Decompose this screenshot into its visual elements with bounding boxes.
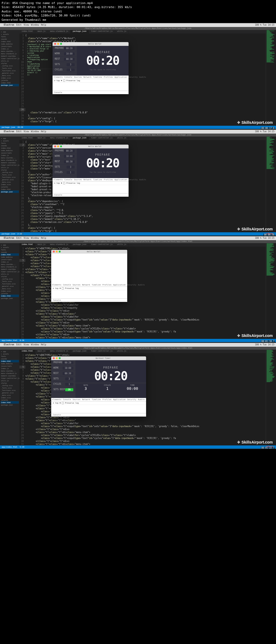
timestamp: 00:00:17:0 [261,127,275,130]
file-explorer[interactable]: ▸ app▸ assets fonts sounds index.html no… [0,137,19,232]
workout-main[interactable]: PREPARE 00:20 Tap the space to start/sto… [77,46,129,76]
file-explorer[interactable]: ▸ app▸ assets fonts sounds index.html no… [0,30,19,126]
electron-app-window[interactable]: Hello World! PREPARE00:20 WORK10:00 REST… [53,145,129,197]
editor-tabs[interactable]: index.htmlmain.jsmenu-standard.jspackage… [19,30,266,33]
editor-tabs[interactable]: index.htmlmain.jsmenu-standard.jspackage… [19,137,266,140]
window-titlebar: /Users/adria/Dropbox/Adria/Documents/Cou… [0,27,276,30]
macos-menubar[interactable]: Electron Edit View Window Help 100 % Tue… [0,23,276,27]
electron-app-window[interactable]: Workout Timer PREPARE00:20 WORK10:00 RES… [51,356,146,417]
editor-tabs[interactable]: index.htmlmain.jsmenu-standard.jspackage… [19,350,266,353]
clear-icon[interactable]: ⊘ [54,80,55,82]
app-menu[interactable]: Electron [4,24,14,26]
electron-app-window[interactable]: Hello World! PREPARE00:20 WORK10:00 REST… [53,42,129,94]
video-frame-2: ElectronEditViewWindowHelp100 % Tue 14:1… [0,130,276,236]
minimap[interactable] [266,137,276,232]
file-explorer[interactable]: ▸ app▸ assets fonts sounds index.html no… [0,350,19,445]
beep-toggle[interactable]: ON [65,388,73,391]
console-drawer[interactable]: Console [53,91,129,94]
preserve-log-checkbox[interactable] [63,80,65,82]
minimap[interactable] [266,350,276,445]
electron-app-window-blank[interactable]: Hello World! ElementsConsoleSourcesNetwo… [51,250,127,302]
video-frame-3: ElectronEditViewWindowHelp100 % Tue 14:1… [0,236,276,343]
timer-display: 00:20 [86,54,119,67]
maximize-icon[interactable] [60,43,62,45]
minimap[interactable] [266,30,276,126]
devtools[interactable]: ElementsConsoleSourcesNetworkTimelinePro… [53,76,129,94]
window-title: Hello World! [63,43,127,45]
menubar-status: 100 % Tue 14:15 [255,24,274,26]
minimap[interactable] [266,243,276,339]
minimize-icon[interactable] [57,43,59,45]
terminal[interactable]: [workout] $ npm start> Workout@1.0.0 sta… [26,42,53,69]
file-explorer[interactable]: ▸ app▸ assets fonts sounds index.html no… [0,243,19,339]
video-frame-4: ElectronEditViewWindowHelp100 % Tue 14:1… [0,343,276,449]
watermark: SkillsAirport.com [237,120,273,125]
window-title: Workout Timer [62,357,144,359]
video-frame-1: Electron Edit View Window Help 100 % Tue… [0,23,276,130]
workout-sidebar[interactable]: PREPARE00:20 WORK10:00 REST00:30 SETS3 C… [53,46,77,76]
file-metadata: File: 054 Changing the name of your appl… [0,0,276,23]
editor-tabs[interactable]: index.htmlmain.jsmenu-standard.jspackage… [19,243,266,247]
close-icon[interactable] [54,43,56,45]
